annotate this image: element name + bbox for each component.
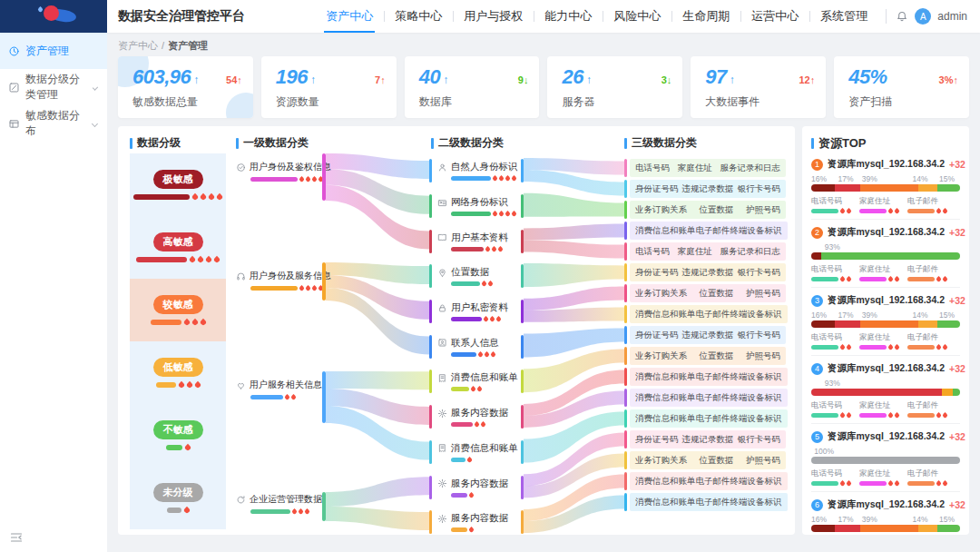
resource-entry[interactable]: 1 资源库mysql_192.168.34.2 +32 16% 17% 39%	[811, 152, 960, 220]
l3-tag[interactable]: 身份证号码	[635, 330, 679, 341]
l3-tag[interactable]: 电话号码	[635, 163, 670, 174]
l3-tag[interactable]: 消费信息和账单	[635, 392, 696, 404]
l3-tag[interactable]: 服务记录和日志	[720, 246, 781, 258]
l3-tag[interactable]: 终端设备标识	[730, 497, 782, 508]
l3-tag-row[interactable]: 电话号码家庭住址服务记录和日志	[624, 242, 786, 261]
l3-tag-row[interactable]: 身份证号码违规记录数据银行卡号码	[624, 263, 786, 281]
l3-tag[interactable]: 业务订购关系	[635, 204, 687, 216]
l3-tag[interactable]: 违规记录数据	[682, 434, 734, 446]
sidebar-item[interactable]: 数据分级分类管理	[0, 69, 107, 105]
resource-entry[interactable]: 2 资源库mysql_192.168.34.2 +32 93%	[811, 220, 960, 288]
l3-tag[interactable]: 违规记录数据	[682, 267, 734, 279]
l3-tag[interactable]: 位置数据	[700, 288, 734, 300]
l2-category-node[interactable]: 联系人信息	[429, 329, 524, 364]
l3-tag-row[interactable]: 业务订购关系位置数据护照号码	[624, 201, 786, 219]
level-badge[interactable]: 较敏感	[153, 295, 203, 314]
l3-tag[interactable]: 家庭住址	[678, 163, 712, 174]
l3-tag-row[interactable]: 消费信息和账单电子邮件终端设备标识	[624, 305, 786, 323]
l3-tag[interactable]: 身份证号码	[635, 434, 679, 446]
l3-tag-row[interactable]: 身份证号码违规记录数据银行卡号码	[624, 326, 786, 344]
username-label[interactable]: admin	[937, 10, 967, 23]
l3-tag[interactable]: 电子邮件	[696, 392, 730, 404]
l3-tag-row[interactable]: 消费信息和账单电子邮件终端设备标识	[624, 409, 786, 428]
l2-category-node[interactable]: 服务内容数据	[429, 505, 524, 535]
nav-item[interactable]: 生命周期	[671, 0, 740, 33]
l3-tag[interactable]: 身份证号码	[635, 267, 679, 279]
l3-tag[interactable]: 终端设备标识	[730, 371, 782, 383]
l3-tag-row[interactable]: 消费信息和账单电子邮件终端设备标识	[624, 472, 786, 490]
l3-tag[interactable]: 消费信息和账单	[635, 497, 696, 508]
l3-tag-row[interactable]: 消费信息和账单电子邮件终端设备标识	[624, 368, 786, 386]
l3-tag[interactable]: 终端设备标识	[730, 413, 782, 425]
l3-tag[interactable]: 银行卡号码	[738, 434, 781, 446]
l1-category-node[interactable]: 企业运营管理数据	[236, 493, 327, 514]
l2-category-node[interactable]: 自然人身份标识	[429, 153, 524, 189]
l2-category-node[interactable]: 网络身份标识	[429, 189, 524, 224]
nav-item[interactable]: 风险中心	[603, 0, 671, 33]
l2-category-node[interactable]: 服务内容数据	[429, 399, 524, 435]
l3-tag[interactable]: 电子邮件	[696, 371, 730, 383]
l3-tag[interactable]: 电话号码	[635, 246, 670, 258]
l3-tag[interactable]: 银行卡号码	[738, 267, 781, 279]
l2-category-node[interactable]: 用户私密资料	[429, 294, 524, 330]
avatar[interactable]: A	[915, 8, 931, 25]
l3-tag[interactable]: 消费信息和账单	[635, 413, 696, 425]
l3-tag[interactable]: 消费信息和账单	[635, 371, 696, 383]
l3-tag[interactable]: 电子邮件	[696, 225, 730, 237]
l3-tag[interactable]: 电子邮件	[696, 497, 730, 508]
l3-tag[interactable]: 终端设备标识	[730, 225, 782, 237]
l3-tag-row[interactable]: 业务订购关系位置数据护照号码	[624, 284, 786, 302]
l3-tag-row[interactable]: 消费信息和账单电子邮件终端设备标识	[624, 493, 786, 511]
resource-entry[interactable]: 5 资源库mysql_192.168.34.2 +32 100%	[811, 424, 960, 492]
l3-tag[interactable]: 终端设备标识	[730, 476, 782, 488]
l3-tag-row[interactable]: 身份证号码违规记录数据银行卡号码	[624, 430, 786, 448]
level-badge[interactable]: 极敏感	[153, 170, 203, 189]
resource-entry[interactable]: 6 资源库mysql_192.168.34.2 +32 16% 17% 39%	[811, 492, 960, 535]
l3-tag[interactable]: 护照号码	[746, 455, 780, 467]
l3-tag[interactable]: 家庭住址	[678, 246, 712, 258]
level-badge[interactable]: 不敏感	[153, 420, 203, 439]
l3-tag[interactable]: 业务订购关系	[635, 455, 687, 467]
l3-tag[interactable]: 位置数据	[700, 350, 734, 362]
l3-tag[interactable]: 电子邮件	[696, 476, 730, 488]
l3-tag[interactable]: 身份证号码	[635, 183, 679, 195]
l2-category-node[interactable]: 消费信息和账单	[429, 435, 524, 470]
nav-item[interactable]: 资产中心	[315, 0, 384, 33]
l3-tag-row[interactable]: 身份证号码违规记录数据银行卡号码	[624, 180, 786, 198]
l3-tag-row[interactable]: 电话号码家庭住址服务记录和日志	[624, 159, 786, 177]
l3-tag[interactable]: 位置数据	[700, 455, 734, 467]
l3-tag[interactable]: 电子邮件	[696, 309, 730, 320]
bell-icon[interactable]	[896, 10, 908, 23]
nav-item[interactable]: 运营中心	[740, 0, 809, 33]
l3-tag[interactable]: 护照号码	[746, 350, 780, 362]
collapse-sidebar-icon[interactable]	[9, 530, 24, 545]
l3-tag-row[interactable]: 业务订购关系位置数据护照号码	[624, 451, 786, 469]
l3-tag[interactable]: 业务订购关系	[635, 288, 687, 300]
l3-tag[interactable]: 违规记录数据	[682, 183, 734, 195]
l3-tag[interactable]: 护照号码	[746, 204, 780, 216]
breadcrumb-parent[interactable]: 资产中心	[118, 39, 158, 53]
l3-tag-row[interactable]: 消费信息和账单电子邮件终端设备标识	[624, 222, 786, 240]
l3-tag[interactable]: 消费信息和账单	[635, 476, 696, 488]
l1-category-node[interactable]: 用户服务相关信息	[236, 379, 327, 399]
l3-tag[interactable]: 银行卡号码	[738, 183, 781, 195]
level-badge[interactable]: 高敏感	[153, 232, 203, 251]
l3-tag[interactable]: 服务记录和日志	[720, 163, 781, 174]
level-badge[interactable]: 未分级	[153, 483, 203, 502]
l3-tag[interactable]: 银行卡号码	[738, 330, 781, 341]
l3-tag[interactable]: 消费信息和账单	[635, 225, 696, 237]
level-badge[interactable]: 低敏感	[153, 358, 203, 377]
l3-tag-row[interactable]: 消费信息和账单电子邮件终端设备标识	[624, 389, 786, 407]
l3-tag[interactable]: 消费信息和账单	[635, 309, 696, 320]
sidebar-item[interactable]: 敏感数据分布	[0, 105, 107, 142]
l2-category-node[interactable]: 位置数据	[429, 259, 524, 294]
resource-entry[interactable]: 4 资源库mysql_192.168.34.2 +32 93%	[811, 356, 960, 424]
l3-tag[interactable]: 终端设备标识	[730, 392, 782, 404]
l2-category-node[interactable]: 用户基本资料	[429, 223, 524, 259]
l1-category-node[interactable]: 用户身份及鉴权信息	[236, 161, 327, 182]
sidebar-item[interactable]: 资产管理	[0, 33, 107, 69]
l3-tag[interactable]: 违规记录数据	[682, 330, 734, 341]
resource-entry[interactable]: 3 资源库mysql_192.168.34.2 +32 16% 17% 39%	[811, 288, 960, 356]
nav-item[interactable]: 能力中心	[534, 0, 603, 33]
l2-category-node[interactable]: 服务内容数据	[429, 469, 524, 505]
